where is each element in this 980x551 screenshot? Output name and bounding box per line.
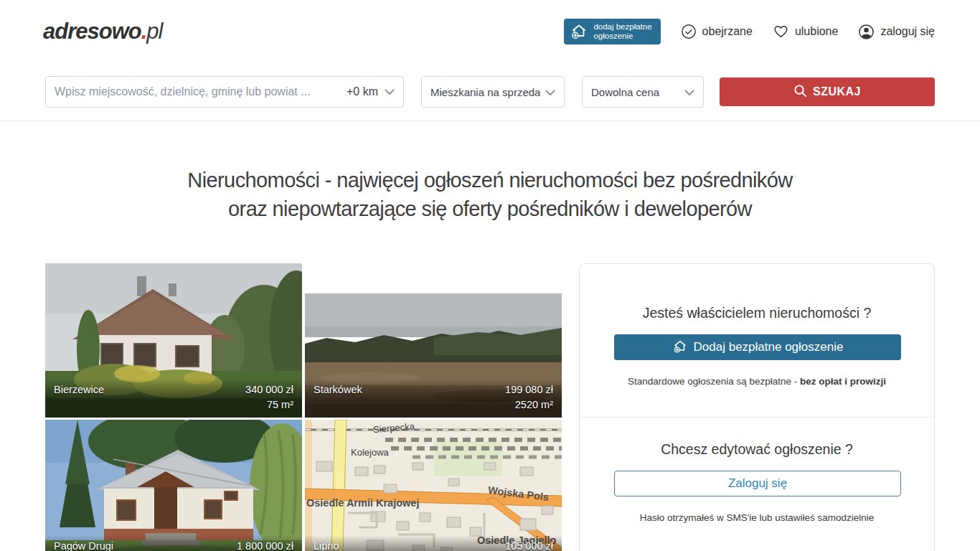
logo-tld: pl [146,19,162,44]
listing-price: 340 000 zł [245,382,293,397]
add-free-listing-button[interactable]: Dodaj bezpłatne ogłoszenie [614,334,901,360]
listing-price: 105 000 zł [505,539,553,551]
edit-card-title: Chcesz edytować ogłoszenie ? [614,441,900,458]
search-button-label: SZUKAJ [813,85,861,98]
chevron-down-icon [545,86,555,98]
page-title: Nieruchomości - najwięcej ogłoszeń nieru… [0,166,980,223]
chevron-down-icon [684,86,694,98]
search-button[interactable]: SZUKAJ [720,77,935,106]
site-logo[interactable]: adresowo.pl [43,19,162,44]
listing-location: Bierzewice [54,382,104,397]
listing-tile-starkowek[interactable]: Starkówek 199 080 zł 2520 m² [305,263,562,418]
nav-viewed-label: obejrzane [702,25,753,38]
add-free-listing-label: Dodaj bezpłatne ogłoszenie [694,340,844,354]
price-value: Dowolna cena [591,86,659,98]
listing-caption: Pagów Drugi 1 800 000 zł [45,535,302,551]
listing-tile-bierzewice[interactable]: Bierzewice 340 000 zł 75 m² [45,263,302,418]
heart-icon [773,24,789,39]
login-button[interactable]: Zaloguj się [614,471,901,496]
location-input-group: +0 km [45,76,404,108]
listing-price: 1 800 000 zł [237,539,293,551]
listing-area: 2520 m² [314,397,553,413]
nav-login[interactable]: zaloguj się [858,24,935,40]
card-divider [580,417,934,418]
search-section: +0 km Mieszkania na sprzeda Dowolna cena [0,61,980,121]
price-select[interactable]: Dowolna cena [582,76,704,108]
search-icon [793,84,807,100]
chevron-down-icon [385,85,395,98]
add-listing-button[interactable]: dodaj bezpłatne ogłoszenie [564,19,660,44]
free-listing-note-regular: Standardowe ogłoszenia są bezpłatne - [628,376,800,387]
listing-tile-pagow-drugi[interactable]: Pagów Drugi 1 800 000 zł [45,420,302,551]
listing-caption: Lipno 105 000 zł [305,535,562,551]
check-circle-icon [681,24,697,39]
nav-viewed[interactable]: obejrzane [681,24,753,39]
nav-login-label: zaloguj się [880,25,935,38]
listing-photo [45,420,302,551]
listing-area: 75 m² [54,397,293,413]
map-street-label: Kolejowa [351,447,389,458]
radius-value: +0 km [347,85,378,98]
free-listing-note-bold: bez opłat i prowizji [800,376,886,387]
listing-price: 199 080 zł [505,382,553,397]
house-plus-icon [570,22,588,42]
nav-favorites-label: ulubione [795,25,839,38]
listing-caption: Starkówek 199 080 zł 2520 m² [305,379,562,418]
page-header: adresowo.pl dodaj bezpłatne ogłoszenie [0,0,980,61]
logo-name: adresowo [43,19,141,44]
category-select[interactable]: Mieszkania na sprzeda [421,76,565,108]
owner-card: Jesteś właścicielem nieruchomości ? Doda… [579,263,935,551]
listings-grid: Bierzewice 340 000 zł 75 m² [45,263,562,551]
add-listing-label-line2: ogłoszenie [593,32,633,40]
map-district-label: Osiedle Armii Krajowej [306,497,419,509]
radius-select[interactable]: +0 km [341,85,395,98]
category-value: Mieszkania na sprzeda [430,86,540,98]
listing-location: Starkówek [314,382,362,397]
page-title-line1: Nieruchomości - najwięcej ogłoszeń nieru… [0,166,980,194]
listing-map [305,420,562,551]
owner-card-title: Jesteś właścicielem nieruchomości ? [614,305,900,321]
user-icon [858,24,875,40]
free-listing-note: Standardowe ogłoszenia są bezpłatne - be… [614,376,900,387]
listing-location: Lipno [314,539,339,551]
page-title-line2: oraz niepowtarzające się oferty pośredni… [0,194,980,223]
login-note: Hasło otrzymałeś w SMS'ie lub ustawiłeś … [614,512,900,523]
listing-tile-lipno-map[interactable]: Sierpecka Kolejowa Osiedle Armii Krajowe… [305,420,562,551]
house-plus-icon [672,338,688,357]
location-search-input[interactable] [55,85,341,98]
header-nav: dodaj bezpłatne ogłoszenie obejrzane ulu… [564,19,935,44]
listing-caption: Bierzewice 340 000 zł 75 m² [45,379,302,418]
nav-favorites[interactable]: ulubione [773,24,839,39]
listing-location: Pagów Drugi [54,539,113,551]
add-listing-label-line1: dodaj bezpłatne [593,22,651,31]
